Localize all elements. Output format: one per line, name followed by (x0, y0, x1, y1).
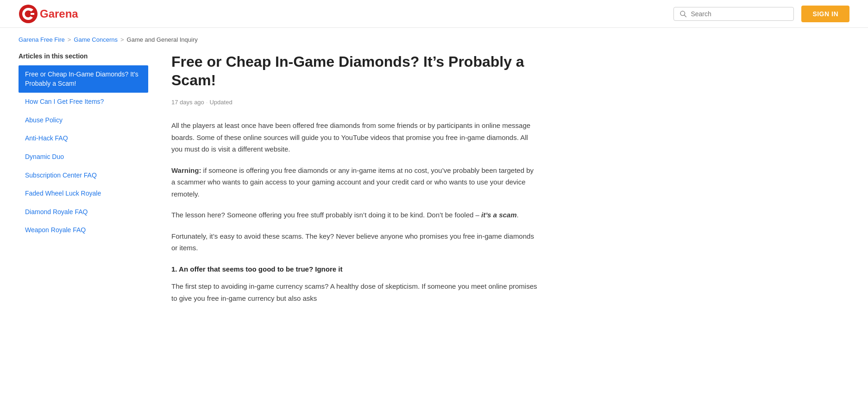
sidebar-item-7[interactable]: Diamond Royale FAQ (19, 203, 148, 222)
breadcrumb-sep-2: > (120, 36, 124, 43)
svg-point-0 (19, 5, 38, 23)
lesson-end: . (517, 211, 519, 219)
breadcrumb-current: Game and General Inquiry (127, 36, 198, 43)
breadcrumb: Garena Free Fire > Game Concerns > Game … (0, 28, 868, 48)
lesson-text: The lesson here? Someone offering you fr… (171, 211, 481, 219)
sidebar-item-8[interactable]: Weapon Royale FAQ (19, 221, 148, 240)
article-warning: Warning: if someone is offering you free… (171, 165, 537, 200)
breadcrumb-game-concerns[interactable]: Game Concerns (74, 36, 118, 43)
svg-line-2 (685, 15, 686, 17)
article-time: 17 days ago (171, 99, 204, 106)
article-meta: 17 days ago · Updated (171, 99, 537, 106)
warning-text: if someone is offering you free diamonds… (171, 166, 534, 198)
sidebar-item-1[interactable]: How Can I Get Free Items? (19, 93, 148, 111)
article-updated: Updated (209, 99, 232, 106)
sidebar-item-0[interactable]: Free or Cheap In-Game Diamonds? It's Pro… (19, 65, 148, 93)
search-input[interactable] (691, 10, 788, 18)
article-lesson: The lesson here? Someone offering you fr… (171, 209, 537, 221)
section1-body: The first step to avoiding in-game curre… (171, 280, 537, 304)
sidebar-item-6[interactable]: Faded Wheel Luck Royale (19, 184, 148, 203)
main-layout: Articles in this section Free or Cheap I… (0, 48, 556, 332)
meta-dot: · (206, 99, 208, 106)
lesson-bold: it’s a scam (481, 211, 516, 219)
search-icon (679, 10, 687, 18)
logo[interactable]: Garena (19, 4, 78, 24)
sidebar-title: Articles in this section (19, 52, 148, 60)
article-fortunately: Fortunately, it’s easy to avoid these sc… (171, 230, 537, 254)
sidebar: Articles in this section Free or Cheap I… (19, 52, 157, 313)
breadcrumb-sep-1: > (68, 36, 71, 43)
header-right: SIGN IN (673, 6, 849, 22)
sidebar-item-4[interactable]: Dynamic Duo (19, 148, 148, 166)
sidebar-item-5[interactable]: Subscription Center FAQ (19, 166, 148, 185)
section1-title: 1. An offer that seems too good to be tr… (171, 263, 537, 275)
article-body: All the players at least once have been … (171, 120, 537, 304)
search-box[interactable] (673, 7, 794, 21)
breadcrumb-garena-free-fire[interactable]: Garena Free Fire (19, 36, 65, 43)
signin-button[interactable]: SIGN IN (801, 6, 849, 22)
article-content: Free or Cheap In-Game Diamonds? It’s Pro… (157, 52, 537, 313)
sidebar-item-2[interactable]: Abuse Policy (19, 111, 148, 130)
sidebar-item-3[interactable]: Anti-Hack FAQ (19, 129, 148, 148)
article-title: Free or Cheap In-Game Diamonds? It’s Pro… (171, 52, 537, 89)
garena-logo-icon (19, 4, 38, 24)
article-intro: All the players at least once have been … (171, 120, 537, 155)
warning-bold: Warning: (171, 166, 201, 174)
logo-text: Garena (40, 7, 78, 20)
